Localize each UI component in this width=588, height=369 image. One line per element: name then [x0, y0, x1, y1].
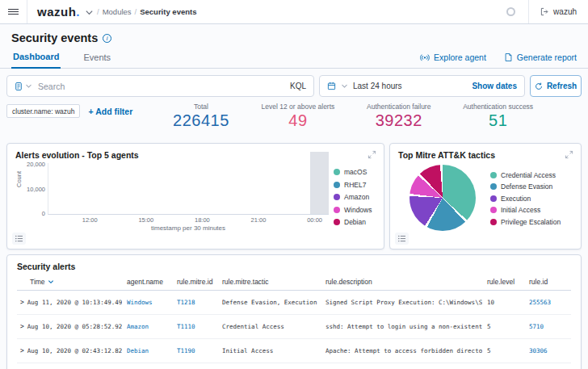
table-row: >Aug 10, 2020 @ 05:28:52.926AmazonT1110C… — [17, 315, 571, 339]
filter-pill[interactable]: cluster.name: wazuh — [6, 104, 80, 118]
stat-auth-failure: Authentication failure 39232 — [367, 103, 430, 130]
tab-dashboard[interactable]: Dashboard — [11, 52, 61, 69]
generate-report-button[interactable]: Generate report — [504, 52, 577, 62]
x-tick-label: 15:00 — [138, 216, 153, 224]
cell-time: Aug 10, 2020 @ 02:43:12.825 — [27, 347, 122, 354]
cell-rule-id[interactable]: 30306 — [529, 347, 548, 354]
search-bar: KQL — [6, 75, 314, 97]
panel-title: Top Mitre ATT&K tactics — [398, 150, 573, 160]
legend-item[interactable]: Debian — [334, 218, 376, 226]
cell-agent-name[interactable]: Windows — [127, 299, 153, 306]
legend-label: Defense Evasion — [501, 182, 552, 191]
saved-query-icon — [15, 82, 23, 91]
wazuh-logo[interactable]: wazuh. — [37, 5, 80, 19]
time-range-value[interactable]: Last 24 hours — [353, 82, 402, 90]
column-header-rule-level: rule.level — [487, 278, 524, 286]
table-row: >Aug 10, 2020 @ 02:43:12.825DebianT1190I… — [17, 339, 571, 363]
column-header-rule-description: rule.description — [326, 278, 482, 286]
legend-color-dot — [334, 182, 340, 188]
legend-label: Amazon — [344, 193, 369, 201]
alerts-evolution-panel: Alerts evolution - Top 5 agents Count 20… — [6, 143, 384, 249]
legend-item[interactable]: Defense Evasion — [490, 182, 561, 191]
expand-icon[interactable] — [368, 150, 376, 159]
mitre-tactics-panel: Top Mitre ATT&K tactics Credential Acces… — [389, 143, 582, 249]
x-tick-label: 00:00 — [307, 216, 322, 224]
refresh-button[interactable]: Refresh — [530, 75, 582, 97]
explore-agent-button[interactable]: Explore agent — [420, 52, 486, 62]
cell-level: 5 — [487, 323, 524, 330]
tab-events[interactable]: Events — [82, 52, 112, 68]
cell-mitre-id[interactable]: T1190 — [177, 347, 195, 354]
expand-row-button[interactable]: > — [17, 347, 24, 354]
saved-query-menu-button[interactable] — [15, 82, 32, 91]
cell-mitre-id[interactable]: T1110 — [177, 323, 195, 330]
legend-label: Credential Access — [501, 171, 556, 179]
legend-label: Windows — [344, 206, 372, 214]
legend-item[interactable]: Initial Access — [490, 206, 561, 214]
cell-agent-name[interactable]: Debian — [127, 347, 149, 354]
cell-description: sshd: Attempt to login using a non-exist… — [326, 323, 482, 330]
expand-icon[interactable] — [565, 150, 573, 159]
cell-rule-id[interactable]: 255563 — [529, 299, 551, 306]
legend-color-dot — [334, 219, 340, 225]
bar-chart-legend: macOSRHEL7AmazonWindowsDebian — [329, 163, 376, 234]
legend-item[interactable]: Credential Access — [490, 171, 561, 179]
page-title: Security events — [11, 31, 98, 44]
legend-label: RHEL7 — [344, 181, 366, 189]
column-header-agent-name: agent.name — [127, 278, 172, 286]
x-axis-ticks: 12:0015:0018:0021:0000:00 — [48, 215, 329, 223]
cell-mitre-tactic: Initial Access — [222, 347, 321, 354]
cell-mitre-tactic: Credential Access — [222, 323, 321, 330]
logout-icon — [540, 7, 549, 16]
table-row: >Aug 11, 2020 @ 10:13:49.493WindowsT1218… — [17, 291, 571, 315]
cell-mitre-tactic: Defense Evasion, Execution — [222, 299, 321, 306]
cell-rule-id[interactable]: 5710 — [529, 323, 544, 330]
stats-row: Total 226415 Level 12 or above alerts 49… — [132, 103, 582, 130]
info-icon[interactable]: i — [103, 34, 111, 43]
column-header-time[interactable]: Time — [17, 278, 122, 286]
document-icon — [504, 52, 513, 62]
alerts-table: Timeagent.namerule.mitre.idrule.mitre.ta… — [17, 276, 571, 363]
chevron-down-icon[interactable] — [341, 82, 348, 90]
show-dates-button[interactable]: Show dates — [472, 82, 517, 90]
legend-color-dot — [334, 207, 340, 213]
calendar-icon[interactable] — [327, 82, 336, 90]
legend-color-dot — [490, 219, 497, 225]
cell-agent-name[interactable]: Amazon — [127, 323, 149, 330]
add-filter-button[interactable]: + Add filter — [88, 107, 132, 116]
user-menu[interactable]: wazuh — [529, 7, 588, 16]
legend-color-dot — [490, 172, 497, 178]
x-tick-label: 21:00 — [251, 216, 267, 224]
search-input[interactable] — [38, 82, 284, 91]
legend-color-dot — [334, 169, 340, 175]
x-axis-label: timestamp per 30 minutes — [48, 224, 329, 232]
cell-level: 5 — [487, 347, 524, 354]
legend-color-dot — [490, 207, 497, 213]
chevron-down-icon[interactable] — [85, 8, 94, 17]
breadcrumb-modules[interactable]: Modules — [103, 7, 132, 16]
legend-item[interactable]: Execution — [490, 195, 561, 203]
legend-item[interactable]: RHEL7 — [334, 181, 376, 189]
x-tick-label: 12:00 — [82, 216, 98, 224]
y-axis-label: Count — [15, 171, 23, 187]
legend-label: Execution — [501, 195, 531, 203]
cell-description: Signed Script Proxy Execution: C:\Window… — [326, 299, 482, 306]
inspect-data-button[interactable] — [395, 233, 409, 245]
hamburger-menu-button[interactable] — [0, 0, 27, 23]
legend-item[interactable]: macOS — [334, 168, 376, 176]
cell-mitre-id[interactable]: T1218 — [177, 299, 195, 306]
legend-label: Debian — [344, 218, 366, 226]
cell-level: 10 — [487, 299, 524, 306]
legend-color-dot — [490, 195, 497, 202]
legend-item[interactable]: Amazon — [334, 193, 376, 201]
expand-row-button[interactable]: > — [17, 323, 24, 330]
security-alerts-panel: Security alerts Timeagent.namerule.mitre… — [6, 254, 582, 369]
antenna-icon — [420, 52, 430, 62]
expand-row-button[interactable]: > — [17, 299, 24, 306]
breadcrumb: / Modules / Security events — [97, 7, 196, 16]
inspect-data-button[interactable] — [12, 233, 26, 245]
health-status-icon[interactable] — [506, 7, 515, 16]
legend-item[interactable]: Windows — [334, 206, 376, 214]
legend-item[interactable]: Privilege Escalation — [490, 218, 561, 226]
kql-button[interactable]: KQL — [290, 82, 306, 90]
